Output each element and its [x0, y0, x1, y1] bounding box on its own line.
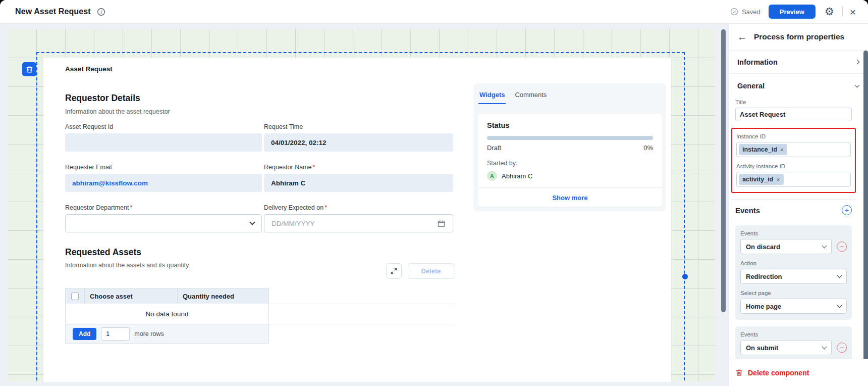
field-request-time: Request Time 04/01/2022, 02:12 — [264, 123, 453, 152]
panel-footer: Delete component — [729, 359, 868, 386]
field-requester-email: Requester Email abhiram@kissflow.com — [65, 164, 262, 192]
progress-bar — [487, 136, 653, 140]
canvas-scrollbar[interactable] — [721, 29, 726, 312]
check-circle-icon — [730, 8, 738, 16]
chevron-down-icon — [837, 273, 842, 278]
expand-icon — [390, 267, 398, 275]
event-card: Events On submit − — [735, 326, 852, 361]
form-builder-canvas: Asset Request Requestor Details Informat… — [0, 24, 729, 386]
column-header-choose-asset[interactable]: Choose asset — [85, 288, 178, 304]
delete-component-button[interactable]: Delete component — [748, 369, 809, 377]
required-asterisk: * — [313, 164, 315, 171]
expand-table-button[interactable] — [386, 263, 402, 279]
title-input[interactable]: Asset Request — [735, 108, 852, 121]
requestor-department-select[interactable] — [65, 214, 262, 232]
select-all-checkbox[interactable] — [71, 293, 79, 300]
component-title: Asset Request — [65, 65, 113, 73]
panel-title: Process form properties — [754, 32, 844, 41]
tab-widgets[interactable]: Widgets — [478, 91, 506, 104]
resize-handle[interactable] — [682, 274, 688, 279]
field-asset-request-id: Asset Request Id — [65, 123, 262, 152]
request-time-input[interactable]: 04/01/2022, 02:12 — [264, 133, 453, 152]
settings-gear-icon[interactable]: ⚙ — [825, 7, 834, 17]
instance-id-label: Instance ID — [736, 133, 851, 139]
avatar: A — [487, 171, 497, 181]
email-link[interactable]: abhiram@kissflow.com — [72, 179, 148, 187]
more-rows-label: more rows — [134, 330, 164, 337]
events-header: Events + — [735, 205, 852, 215]
remove-event-button[interactable]: − — [837, 343, 847, 353]
info-icon[interactable] — [97, 8, 105, 16]
app-window: New Asset Request Saved Preview ⚙ × — [0, 0, 868, 386]
requested-assets-subtitle: Information about the assets and its qua… — [65, 262, 189, 269]
topbar: New Asset Request Saved Preview ⚙ × — [0, 0, 868, 24]
back-arrow-icon[interactable]: ← — [737, 32, 747, 42]
event-action-select[interactable]: Redirection — [740, 269, 847, 284]
instance-id-field[interactable]: instance_id × — [736, 142, 851, 157]
required-asterisk: * — [324, 204, 327, 211]
activity-id-label: Activity instance ID — [736, 163, 851, 169]
panel-header: ← Process form properties — [729, 24, 868, 51]
status-widget: Status Draft 0% Started by: A Abhiram C … — [478, 114, 662, 207]
status-percent: 0% — [643, 144, 653, 152]
remove-event-button[interactable]: − — [837, 242, 847, 252]
field-requestor-department: Requestor Department* — [65, 204, 262, 232]
panel-scrollbar[interactable] — [863, 51, 868, 386]
chevron-down-icon — [837, 303, 842, 308]
saved-label: Saved — [742, 8, 761, 16]
show-more-link[interactable]: Show more — [478, 187, 662, 208]
topbar-divider — [842, 7, 843, 17]
section-information[interactable]: Information — [729, 51, 868, 74]
chevron-down-icon — [822, 344, 827, 349]
chip-remove-icon[interactable]: × — [776, 176, 780, 183]
field-delivery-expected: Delivery Expected on* DD/MM/YYYY — [264, 204, 453, 232]
chip-remove-icon[interactable]: × — [780, 147, 784, 153]
started-by-label: Started by: — [487, 160, 653, 167]
section-general[interactable]: General — [729, 74, 868, 98]
general-section-body: Title Asset Request Instance ID instance… — [729, 98, 868, 361]
asset-request-form[interactable]: Asset Request Requestor Details Informat… — [43, 58, 671, 382]
event-type-select[interactable]: On discard — [740, 239, 832, 254]
table-footer: Add more rows — [66, 324, 268, 343]
requester-email-input[interactable]: abhiram@kissflow.com — [65, 174, 262, 192]
column-header-quantity-needed[interactable]: Quantity needed — [178, 288, 268, 304]
date-placeholder: DD/MM/YYYY — [272, 220, 315, 227]
chevron-right-icon — [855, 60, 860, 65]
activity-id-field[interactable]: activity_id × — [736, 172, 851, 187]
add-event-button[interactable]: + — [842, 205, 852, 215]
rows-count-input[interactable] — [101, 327, 130, 341]
asset-request-id-input[interactable] — [65, 133, 262, 152]
instance-id-chip: instance_id × — [739, 144, 787, 155]
highlight-red-box: Instance ID instance_id × Activity insta… — [731, 128, 856, 193]
event-page-select[interactable]: Home page — [740, 299, 847, 314]
calendar-icon[interactable] — [437, 219, 446, 228]
event-card: Events On discard − Action Redirection S… — [735, 225, 852, 320]
add-rows-button[interactable]: Add — [73, 328, 96, 340]
requestor-details-heading: Requestor Details — [65, 93, 140, 104]
properties-panel: ← Process form properties Information Ge… — [729, 24, 868, 386]
requestor-name-input[interactable]: Abhiram C — [264, 174, 453, 192]
table-header-row: Choose asset Quantity needed — [66, 288, 268, 304]
tab-comments[interactable]: Comments — [514, 91, 548, 104]
preview-button[interactable]: Preview — [769, 5, 816, 19]
delivery-date-input[interactable]: DD/MM/YYYY — [264, 214, 453, 232]
delete-selected-button[interactable] — [22, 62, 36, 76]
table-empty-state: No data found — [66, 304, 268, 324]
close-icon[interactable]: × — [850, 7, 856, 17]
table-delete-button[interactable]: Delete — [408, 263, 454, 279]
assets-table: Choose asset Quantity needed No data fou… — [65, 288, 454, 344]
widgets-panel: Widgets Comments Status Draft 0% Started… — [473, 83, 666, 211]
page-title: New Asset Request — [15, 7, 91, 16]
event-type-select[interactable]: On submit — [740, 340, 832, 355]
requestor-details-subtitle: Information about the asset requestor — [65, 108, 170, 115]
started-by-user: A Abhiram C — [487, 171, 653, 181]
status-heading: Status — [487, 121, 653, 129]
requested-assets-heading: Requested Assets — [65, 247, 141, 258]
divider — [731, 199, 856, 200]
table-extension-line — [269, 324, 454, 324]
chevron-down-icon — [822, 243, 827, 248]
save-status: Saved — [730, 8, 761, 16]
title-label: Title — [735, 99, 852, 105]
grid-sheet[interactable]: Asset Request Requestor Details Informat… — [8, 29, 715, 382]
field-grid: Asset Request Id Request Time 04/01/2022… — [65, 123, 453, 232]
